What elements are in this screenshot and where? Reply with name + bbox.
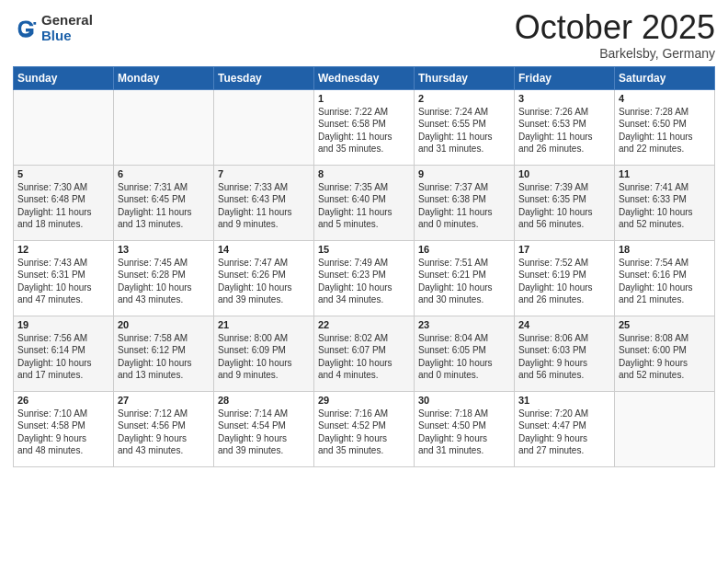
calendar-cell: 8Sunrise: 7:35 AMSunset: 6:40 PMDaylight… bbox=[314, 165, 415, 240]
cell-content: Sunrise: 7:14 AMSunset: 4:54 PMDaylight:… bbox=[218, 408, 310, 457]
week-row-3: 12Sunrise: 7:43 AMSunset: 6:31 PMDayligh… bbox=[14, 240, 715, 316]
calendar-cell: 31Sunrise: 7:20 AMSunset: 4:47 PMDayligh… bbox=[515, 391, 615, 466]
day-number: 26 bbox=[17, 395, 109, 406]
cell-content: Sunrise: 7:22 AMSunset: 6:58 PMDaylight:… bbox=[318, 106, 410, 155]
calendar-cell bbox=[14, 89, 114, 165]
calendar-cell: 19Sunrise: 7:56 AMSunset: 6:14 PMDayligh… bbox=[14, 316, 114, 391]
day-number: 18 bbox=[619, 244, 711, 255]
calendar-cell: 4Sunrise: 7:28 AMSunset: 6:50 PMDaylight… bbox=[615, 89, 715, 165]
day-header-monday: Monday bbox=[114, 66, 214, 89]
day-number: 16 bbox=[418, 244, 510, 255]
calendar-cell: 12Sunrise: 7:43 AMSunset: 6:31 PMDayligh… bbox=[14, 240, 114, 316]
day-number: 13 bbox=[118, 244, 210, 255]
day-number: 9 bbox=[418, 168, 510, 179]
day-number: 27 bbox=[118, 395, 210, 406]
header: General Blue October 2025 Barkelsby, Ger… bbox=[13, 9, 715, 61]
day-number: 17 bbox=[518, 244, 610, 255]
day-number: 15 bbox=[318, 244, 410, 255]
cell-content: Sunrise: 7:31 AMSunset: 6:45 PMDaylight:… bbox=[118, 181, 210, 231]
cell-content: Sunrise: 8:06 AMSunset: 6:03 PMDaylight:… bbox=[518, 332, 610, 382]
cell-content: Sunrise: 7:37 AMSunset: 6:38 PMDaylight:… bbox=[418, 181, 510, 231]
calendar-cell: 23Sunrise: 8:04 AMSunset: 6:05 PMDayligh… bbox=[415, 316, 515, 391]
calendar-cell: 29Sunrise: 7:16 AMSunset: 4:52 PMDayligh… bbox=[314, 391, 415, 466]
calendar-cell: 6Sunrise: 7:31 AMSunset: 6:45 PMDaylight… bbox=[114, 165, 214, 240]
day-number: 2 bbox=[418, 93, 510, 104]
cell-content: Sunrise: 7:39 AMSunset: 6:35 PMDaylight:… bbox=[518, 181, 610, 231]
day-number: 24 bbox=[518, 319, 610, 330]
calendar-cell bbox=[615, 391, 715, 466]
day-number: 3 bbox=[518, 93, 610, 104]
logo-general-text: General bbox=[41, 13, 93, 29]
day-number: 21 bbox=[218, 319, 310, 330]
calendar-table: SundayMondayTuesdayWednesdayThursdayFrid… bbox=[13, 66, 715, 467]
day-number: 11 bbox=[619, 168, 711, 179]
calendar-header: SundayMondayTuesdayWednesdayThursdayFrid… bbox=[14, 66, 715, 89]
calendar-cell: 5Sunrise: 7:30 AMSunset: 6:48 PMDaylight… bbox=[14, 165, 114, 240]
cell-content: Sunrise: 8:02 AMSunset: 6:07 PMDaylight:… bbox=[318, 332, 410, 382]
cell-content: Sunrise: 8:08 AMSunset: 6:00 PMDaylight:… bbox=[619, 332, 711, 382]
calendar-cell: 14Sunrise: 7:47 AMSunset: 6:26 PMDayligh… bbox=[214, 240, 314, 316]
day-header-wednesday: Wednesday bbox=[314, 66, 415, 89]
cell-content: Sunrise: 7:58 AMSunset: 6:12 PMDaylight:… bbox=[118, 332, 210, 382]
cell-content: Sunrise: 7:10 AMSunset: 4:58 PMDaylight:… bbox=[17, 408, 109, 457]
logo-text: General Blue bbox=[41, 13, 93, 43]
cell-content: Sunrise: 7:35 AMSunset: 6:40 PMDaylight:… bbox=[318, 181, 410, 231]
day-number: 22 bbox=[318, 319, 410, 330]
day-header-tuesday: Tuesday bbox=[214, 66, 314, 89]
cell-content: Sunrise: 7:28 AMSunset: 6:50 PMDaylight:… bbox=[619, 106, 711, 155]
day-number: 6 bbox=[118, 168, 210, 179]
page-container: General Blue October 2025 Barkelsby, Ger… bbox=[0, 0, 728, 477]
day-number: 25 bbox=[619, 319, 711, 330]
calendar-cell: 10Sunrise: 7:39 AMSunset: 6:35 PMDayligh… bbox=[515, 165, 615, 240]
cell-content: Sunrise: 7:51 AMSunset: 6:21 PMDaylight:… bbox=[418, 257, 510, 306]
cell-content: Sunrise: 7:20 AMSunset: 4:47 PMDaylight:… bbox=[518, 408, 610, 457]
day-number: 23 bbox=[418, 319, 510, 330]
day-number: 20 bbox=[118, 319, 210, 330]
day-number: 28 bbox=[218, 395, 310, 406]
logo-icon bbox=[13, 16, 39, 41]
location-subtitle: Barkelsby, Germany bbox=[515, 46, 715, 61]
day-number: 30 bbox=[418, 395, 510, 406]
cell-content: Sunrise: 7:30 AMSunset: 6:48 PMDaylight:… bbox=[17, 181, 109, 231]
calendar-cell: 17Sunrise: 7:52 AMSunset: 6:19 PMDayligh… bbox=[515, 240, 615, 316]
calendar-cell: 25Sunrise: 8:08 AMSunset: 6:00 PMDayligh… bbox=[615, 316, 715, 391]
calendar-cell: 18Sunrise: 7:54 AMSunset: 6:16 PMDayligh… bbox=[615, 240, 715, 316]
week-row-2: 5Sunrise: 7:30 AMSunset: 6:48 PMDaylight… bbox=[14, 165, 715, 240]
day-number: 12 bbox=[17, 244, 109, 255]
month-title: October 2025 bbox=[515, 9, 715, 46]
calendar-cell: 28Sunrise: 7:14 AMSunset: 4:54 PMDayligh… bbox=[214, 391, 314, 466]
cell-content: Sunrise: 7:24 AMSunset: 6:55 PMDaylight:… bbox=[418, 106, 510, 155]
calendar-cell: 30Sunrise: 7:18 AMSunset: 4:50 PMDayligh… bbox=[415, 391, 515, 466]
cell-content: Sunrise: 7:49 AMSunset: 6:23 PMDaylight:… bbox=[318, 257, 410, 306]
calendar-cell: 1Sunrise: 7:22 AMSunset: 6:58 PMDaylight… bbox=[314, 89, 415, 165]
day-number: 4 bbox=[619, 93, 711, 104]
day-number: 10 bbox=[518, 168, 610, 179]
cell-content: Sunrise: 7:54 AMSunset: 6:16 PMDaylight:… bbox=[619, 257, 711, 306]
calendar-cell: 7Sunrise: 7:33 AMSunset: 6:43 PMDaylight… bbox=[214, 165, 314, 240]
week-row-5: 26Sunrise: 7:10 AMSunset: 4:58 PMDayligh… bbox=[14, 391, 715, 466]
calendar-cell bbox=[214, 89, 314, 165]
cell-content: Sunrise: 7:56 AMSunset: 6:14 PMDaylight:… bbox=[17, 332, 109, 382]
cell-content: Sunrise: 7:43 AMSunset: 6:31 PMDaylight:… bbox=[17, 257, 109, 306]
calendar-body: 1Sunrise: 7:22 AMSunset: 6:58 PMDaylight… bbox=[14, 89, 715, 466]
day-header-sunday: Sunday bbox=[14, 66, 114, 89]
calendar-cell: 11Sunrise: 7:41 AMSunset: 6:33 PMDayligh… bbox=[615, 165, 715, 240]
cell-content: Sunrise: 7:26 AMSunset: 6:53 PMDaylight:… bbox=[518, 106, 610, 155]
calendar-cell: 26Sunrise: 7:10 AMSunset: 4:58 PMDayligh… bbox=[14, 391, 114, 466]
calendar-cell: 9Sunrise: 7:37 AMSunset: 6:38 PMDaylight… bbox=[415, 165, 515, 240]
cell-content: Sunrise: 7:52 AMSunset: 6:19 PMDaylight:… bbox=[518, 257, 610, 306]
day-number: 7 bbox=[218, 168, 310, 179]
header-row: SundayMondayTuesdayWednesdayThursdayFrid… bbox=[14, 66, 715, 89]
logo-blue-text: Blue bbox=[41, 29, 93, 44]
cell-content: Sunrise: 8:04 AMSunset: 6:05 PMDaylight:… bbox=[418, 332, 510, 382]
day-number: 8 bbox=[318, 168, 410, 179]
cell-content: Sunrise: 7:18 AMSunset: 4:50 PMDaylight:… bbox=[418, 408, 510, 457]
calendar-cell: 24Sunrise: 8:06 AMSunset: 6:03 PMDayligh… bbox=[515, 316, 615, 391]
calendar-cell: 20Sunrise: 7:58 AMSunset: 6:12 PMDayligh… bbox=[114, 316, 214, 391]
cell-content: Sunrise: 7:12 AMSunset: 4:56 PMDaylight:… bbox=[118, 408, 210, 457]
calendar-cell: 16Sunrise: 7:51 AMSunset: 6:21 PMDayligh… bbox=[415, 240, 515, 316]
title-block: October 2025 Barkelsby, Germany bbox=[515, 9, 715, 61]
calendar-cell: 2Sunrise: 7:24 AMSunset: 6:55 PMDaylight… bbox=[415, 89, 515, 165]
calendar-cell: 3Sunrise: 7:26 AMSunset: 6:53 PMDaylight… bbox=[515, 89, 615, 165]
day-number: 19 bbox=[17, 319, 109, 330]
